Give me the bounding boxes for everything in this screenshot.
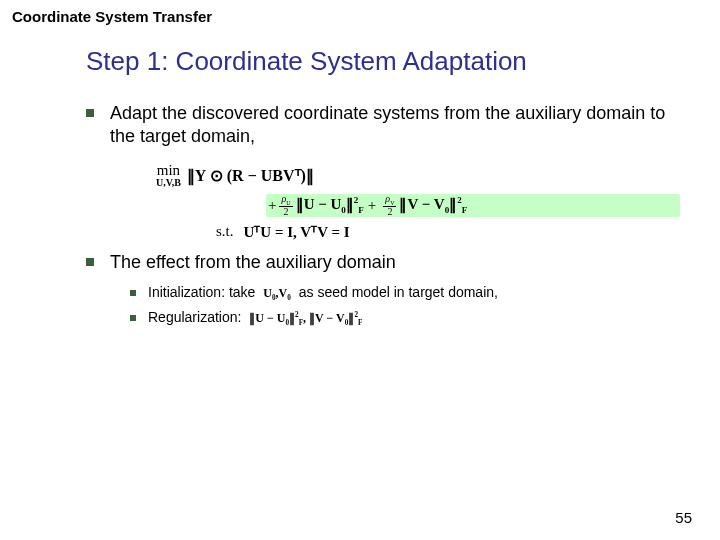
sub-bullet-text: Initialization: take U0,V0 as seed model… [148, 284, 498, 302]
seed-model-symbols: U0,V0 [263, 286, 291, 300]
formula-line-3: s.t. UᵀU = I, VᵀV = I [216, 223, 680, 241]
slide-body: Adapt the discovered coordinate systems … [86, 96, 680, 327]
slide-title: Step 1: Coordinate System Adaptation [86, 46, 527, 77]
plus-2: + [368, 197, 376, 214]
square-bullet-icon [86, 258, 94, 266]
formula-line-2-highlight: + ρU 2 ‖U − U0‖2F + ρV 2 ‖V − V0‖2F [266, 194, 680, 217]
min-operator: min U,V,B [156, 163, 181, 188]
sub2-label: Regularization: [148, 309, 241, 325]
bullet-text: Adapt the discovered coordinate systems … [110, 102, 680, 149]
formula-block: min U,V,B ‖Y ⊙ (R − UBVᵀ)‖ + ρU 2 ‖U − U… [156, 163, 680, 241]
regularization-expr: ‖U − U0‖2F, ‖V − V0‖2F [249, 311, 362, 325]
v-term: ‖V − V0‖2F [399, 195, 467, 215]
square-bullet-icon [130, 290, 136, 296]
bullet-level1-2: The effect from the auxiliary domain [86, 251, 680, 274]
constraint-text: UᵀU = I, VᵀV = I [244, 223, 350, 241]
rho-v-sub: V [390, 200, 394, 206]
rho-u-sub: U [286, 200, 290, 206]
bullet-text: The effect from the auxiliary domain [110, 251, 396, 274]
u-term: ‖U − U0‖2F [296, 195, 364, 215]
min-subscript: U,V,B [156, 178, 181, 188]
plus-1: + [268, 197, 276, 214]
min-label: min [157, 163, 180, 178]
bullet-level1-1: Adapt the discovered coordinate systems … [86, 102, 680, 149]
bullet-level2-2: Regularization: ‖U − U0‖2F, ‖V − V0‖2F [130, 309, 680, 327]
objective-main: ‖Y ⊙ (R − UBVᵀ)‖ [187, 166, 314, 185]
sub1-prefix: Initialization: take [148, 284, 255, 300]
sub1-suffix: as seed model in target domain, [299, 284, 498, 300]
square-bullet-icon [86, 109, 94, 117]
bullet-level2-1: Initialization: take U0,V0 as seed model… [130, 284, 680, 302]
formula-line-1: min U,V,B ‖Y ⊙ (R − UBVᵀ)‖ [156, 163, 680, 188]
sub-bullet-text: Regularization: ‖U − U0‖2F, ‖V − V0‖2F [148, 309, 362, 327]
slide-header: Coordinate System Transfer [12, 8, 212, 25]
den-2b: 2 [385, 207, 394, 217]
page-number: 55 [675, 509, 692, 526]
square-bullet-icon [130, 315, 136, 321]
frac-rho-v: ρV 2 [383, 194, 396, 217]
frac-rho-u: ρU 2 [279, 194, 292, 217]
st-label: s.t. [216, 223, 234, 240]
den-2a: 2 [282, 207, 291, 217]
